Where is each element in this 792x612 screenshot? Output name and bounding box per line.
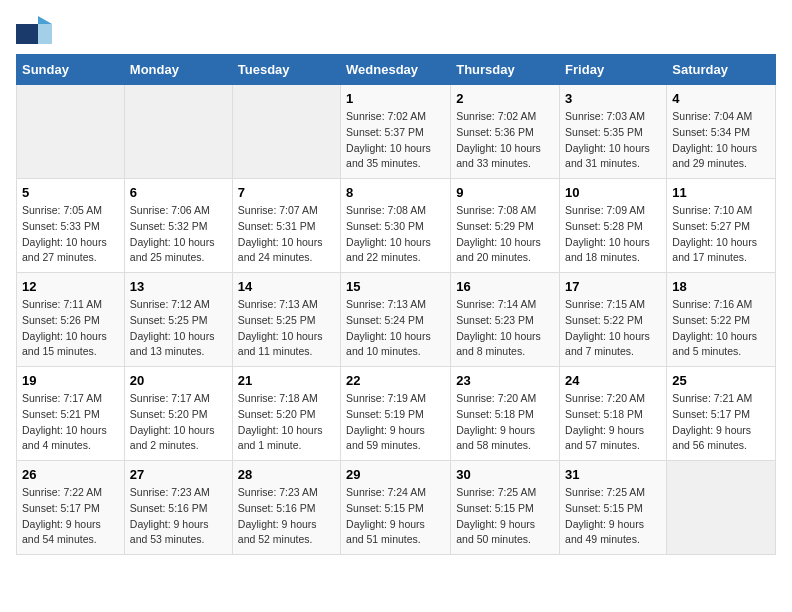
calendar-cell: 4Sunrise: 7:04 AMSunset: 5:34 PMDaylight… bbox=[667, 85, 776, 179]
calendar-cell: 20Sunrise: 7:17 AMSunset: 5:20 PMDayligh… bbox=[124, 367, 232, 461]
day-number: 18 bbox=[672, 279, 770, 294]
day-info: Sunrise: 7:23 AMSunset: 5:16 PMDaylight:… bbox=[130, 485, 227, 548]
day-info: Sunrise: 7:25 AMSunset: 5:15 PMDaylight:… bbox=[565, 485, 661, 548]
calendar-cell: 19Sunrise: 7:17 AMSunset: 5:21 PMDayligh… bbox=[17, 367, 125, 461]
header-day: Thursday bbox=[451, 55, 560, 85]
day-number: 15 bbox=[346, 279, 445, 294]
calendar-cell: 15Sunrise: 7:13 AMSunset: 5:24 PMDayligh… bbox=[341, 273, 451, 367]
calendar-cell bbox=[17, 85, 125, 179]
day-number: 2 bbox=[456, 91, 554, 106]
day-info: Sunrise: 7:18 AMSunset: 5:20 PMDaylight:… bbox=[238, 391, 335, 454]
day-number: 14 bbox=[238, 279, 335, 294]
day-number: 11 bbox=[672, 185, 770, 200]
day-info: Sunrise: 7:11 AMSunset: 5:26 PMDaylight:… bbox=[22, 297, 119, 360]
day-number: 22 bbox=[346, 373, 445, 388]
day-info: Sunrise: 7:10 AMSunset: 5:27 PMDaylight:… bbox=[672, 203, 770, 266]
day-number: 19 bbox=[22, 373, 119, 388]
calendar-cell: 25Sunrise: 7:21 AMSunset: 5:17 PMDayligh… bbox=[667, 367, 776, 461]
calendar-cell: 5Sunrise: 7:05 AMSunset: 5:33 PMDaylight… bbox=[17, 179, 125, 273]
header-day: Monday bbox=[124, 55, 232, 85]
day-number: 23 bbox=[456, 373, 554, 388]
day-number: 21 bbox=[238, 373, 335, 388]
day-info: Sunrise: 7:12 AMSunset: 5:25 PMDaylight:… bbox=[130, 297, 227, 360]
header-day: Sunday bbox=[17, 55, 125, 85]
calendar-cell: 12Sunrise: 7:11 AMSunset: 5:26 PMDayligh… bbox=[17, 273, 125, 367]
calendar-cell: 1Sunrise: 7:02 AMSunset: 5:37 PMDaylight… bbox=[341, 85, 451, 179]
header-day: Saturday bbox=[667, 55, 776, 85]
calendar-cell: 18Sunrise: 7:16 AMSunset: 5:22 PMDayligh… bbox=[667, 273, 776, 367]
day-info: Sunrise: 7:17 AMSunset: 5:21 PMDaylight:… bbox=[22, 391, 119, 454]
day-number: 9 bbox=[456, 185, 554, 200]
day-number: 6 bbox=[130, 185, 227, 200]
calendar-week-row: 5Sunrise: 7:05 AMSunset: 5:33 PMDaylight… bbox=[17, 179, 776, 273]
day-info: Sunrise: 7:02 AMSunset: 5:36 PMDaylight:… bbox=[456, 109, 554, 172]
calendar-cell: 28Sunrise: 7:23 AMSunset: 5:16 PMDayligh… bbox=[232, 461, 340, 555]
day-number: 31 bbox=[565, 467, 661, 482]
calendar-table: SundayMondayTuesdayWednesdayThursdayFrid… bbox=[16, 54, 776, 555]
calendar-cell: 6Sunrise: 7:06 AMSunset: 5:32 PMDaylight… bbox=[124, 179, 232, 273]
calendar-cell: 29Sunrise: 7:24 AMSunset: 5:15 PMDayligh… bbox=[341, 461, 451, 555]
day-number: 8 bbox=[346, 185, 445, 200]
calendar-cell: 30Sunrise: 7:25 AMSunset: 5:15 PMDayligh… bbox=[451, 461, 560, 555]
day-number: 17 bbox=[565, 279, 661, 294]
calendar-cell: 24Sunrise: 7:20 AMSunset: 5:18 PMDayligh… bbox=[560, 367, 667, 461]
day-number: 24 bbox=[565, 373, 661, 388]
logo-icon bbox=[16, 16, 52, 44]
day-info: Sunrise: 7:13 AMSunset: 5:25 PMDaylight:… bbox=[238, 297, 335, 360]
calendar-cell: 3Sunrise: 7:03 AMSunset: 5:35 PMDaylight… bbox=[560, 85, 667, 179]
calendar-cell: 9Sunrise: 7:08 AMSunset: 5:29 PMDaylight… bbox=[451, 179, 560, 273]
day-info: Sunrise: 7:20 AMSunset: 5:18 PMDaylight:… bbox=[565, 391, 661, 454]
header bbox=[16, 16, 776, 44]
calendar-week-row: 1Sunrise: 7:02 AMSunset: 5:37 PMDaylight… bbox=[17, 85, 776, 179]
day-info: Sunrise: 7:19 AMSunset: 5:19 PMDaylight:… bbox=[346, 391, 445, 454]
calendar-cell bbox=[232, 85, 340, 179]
calendar-week-row: 26Sunrise: 7:22 AMSunset: 5:17 PMDayligh… bbox=[17, 461, 776, 555]
day-info: Sunrise: 7:06 AMSunset: 5:32 PMDaylight:… bbox=[130, 203, 227, 266]
day-number: 3 bbox=[565, 91, 661, 106]
day-number: 7 bbox=[238, 185, 335, 200]
svg-rect-0 bbox=[16, 24, 38, 44]
day-number: 4 bbox=[672, 91, 770, 106]
calendar-cell: 14Sunrise: 7:13 AMSunset: 5:25 PMDayligh… bbox=[232, 273, 340, 367]
day-info: Sunrise: 7:15 AMSunset: 5:22 PMDaylight:… bbox=[565, 297, 661, 360]
calendar-cell bbox=[667, 461, 776, 555]
calendar-cell: 16Sunrise: 7:14 AMSunset: 5:23 PMDayligh… bbox=[451, 273, 560, 367]
day-number: 12 bbox=[22, 279, 119, 294]
calendar-cell: 10Sunrise: 7:09 AMSunset: 5:28 PMDayligh… bbox=[560, 179, 667, 273]
day-number: 1 bbox=[346, 91, 445, 106]
day-info: Sunrise: 7:03 AMSunset: 5:35 PMDaylight:… bbox=[565, 109, 661, 172]
day-number: 27 bbox=[130, 467, 227, 482]
day-info: Sunrise: 7:04 AMSunset: 5:34 PMDaylight:… bbox=[672, 109, 770, 172]
calendar-cell: 13Sunrise: 7:12 AMSunset: 5:25 PMDayligh… bbox=[124, 273, 232, 367]
day-number: 16 bbox=[456, 279, 554, 294]
day-info: Sunrise: 7:24 AMSunset: 5:15 PMDaylight:… bbox=[346, 485, 445, 548]
day-info: Sunrise: 7:08 AMSunset: 5:29 PMDaylight:… bbox=[456, 203, 554, 266]
day-number: 5 bbox=[22, 185, 119, 200]
day-number: 20 bbox=[130, 373, 227, 388]
day-number: 25 bbox=[672, 373, 770, 388]
calendar-cell: 17Sunrise: 7:15 AMSunset: 5:22 PMDayligh… bbox=[560, 273, 667, 367]
calendar-cell: 8Sunrise: 7:08 AMSunset: 5:30 PMDaylight… bbox=[341, 179, 451, 273]
calendar-body: 1Sunrise: 7:02 AMSunset: 5:37 PMDaylight… bbox=[17, 85, 776, 555]
calendar-cell: 26Sunrise: 7:22 AMSunset: 5:17 PMDayligh… bbox=[17, 461, 125, 555]
header-day: Wednesday bbox=[341, 55, 451, 85]
day-info: Sunrise: 7:21 AMSunset: 5:17 PMDaylight:… bbox=[672, 391, 770, 454]
day-info: Sunrise: 7:16 AMSunset: 5:22 PMDaylight:… bbox=[672, 297, 770, 360]
calendar-cell: 22Sunrise: 7:19 AMSunset: 5:19 PMDayligh… bbox=[341, 367, 451, 461]
day-info: Sunrise: 7:17 AMSunset: 5:20 PMDaylight:… bbox=[130, 391, 227, 454]
day-number: 29 bbox=[346, 467, 445, 482]
day-info: Sunrise: 7:08 AMSunset: 5:30 PMDaylight:… bbox=[346, 203, 445, 266]
day-number: 26 bbox=[22, 467, 119, 482]
day-info: Sunrise: 7:02 AMSunset: 5:37 PMDaylight:… bbox=[346, 109, 445, 172]
day-info: Sunrise: 7:13 AMSunset: 5:24 PMDaylight:… bbox=[346, 297, 445, 360]
day-info: Sunrise: 7:07 AMSunset: 5:31 PMDaylight:… bbox=[238, 203, 335, 266]
calendar-week-row: 19Sunrise: 7:17 AMSunset: 5:21 PMDayligh… bbox=[17, 367, 776, 461]
calendar-cell: 11Sunrise: 7:10 AMSunset: 5:27 PMDayligh… bbox=[667, 179, 776, 273]
calendar-cell: 23Sunrise: 7:20 AMSunset: 5:18 PMDayligh… bbox=[451, 367, 560, 461]
calendar-cell: 21Sunrise: 7:18 AMSunset: 5:20 PMDayligh… bbox=[232, 367, 340, 461]
calendar-cell: 2Sunrise: 7:02 AMSunset: 5:36 PMDaylight… bbox=[451, 85, 560, 179]
calendar-week-row: 12Sunrise: 7:11 AMSunset: 5:26 PMDayligh… bbox=[17, 273, 776, 367]
day-number: 10 bbox=[565, 185, 661, 200]
day-info: Sunrise: 7:25 AMSunset: 5:15 PMDaylight:… bbox=[456, 485, 554, 548]
day-info: Sunrise: 7:05 AMSunset: 5:33 PMDaylight:… bbox=[22, 203, 119, 266]
